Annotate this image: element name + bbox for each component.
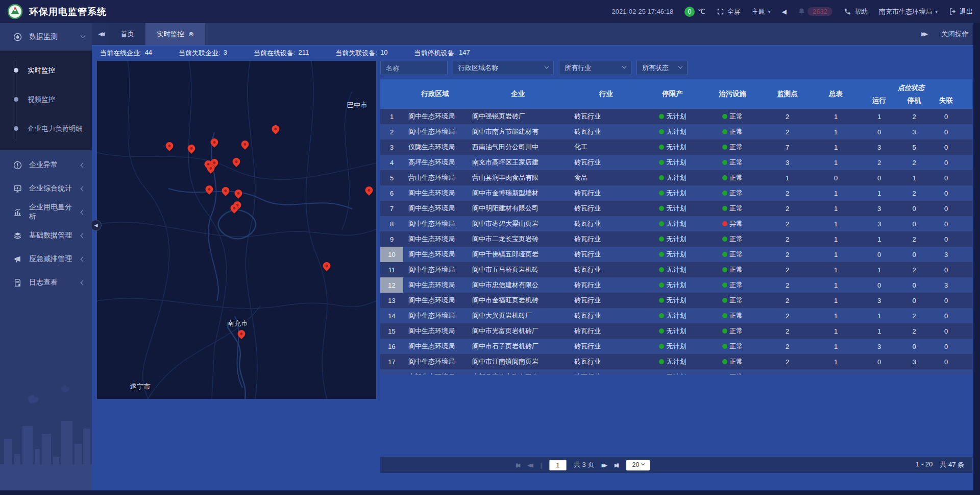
tab-realtime-monitoring[interactable]: 实时监控 ⊗ — [145, 23, 205, 45]
table-row[interactable]: 12 阆中生态环境局 阆中市忠信建材有限公 砖瓦行业 无计划 正常 2 1 0 … — [380, 277, 972, 293]
status-select[interactable]: 所有状态 — [636, 61, 688, 75]
help-button[interactable]: 帮助 — [844, 7, 868, 16]
cell-offline: 0 — [930, 159, 962, 167]
map-pin[interactable] — [241, 140, 249, 148]
table-row[interactable]: 13 阆中生态环境局 阆中市金福旺页岩机砖 砖瓦行业 无计划 正常 2 1 3 … — [380, 293, 972, 308]
cell-industry: 砖瓦行业 — [569, 296, 643, 305]
sidebar-item-emergency-reduction[interactable]: 应急减排管理 — [0, 247, 92, 271]
map-pin[interactable] — [232, 158, 240, 166]
map-pin[interactable] — [210, 138, 218, 146]
pin-marker-icon — [206, 163, 216, 174]
table-row[interactable]: 14 阆中生态环境局 阆中大兴页岩机砖厂 砖瓦行业 无计划 正常 2 1 1 2… — [380, 308, 972, 323]
table-row[interactable]: 3 仪陇生态环境局 西南油气田分公司川中 化工 无计划 正常 7 1 3 5 0 — [380, 139, 972, 155]
cell-treatment: 正常 — [702, 357, 763, 366]
cell-region: 阆中生态环境局 — [403, 326, 467, 336]
row-index: 8 — [380, 216, 403, 231]
cell-running: 3 — [860, 205, 898, 213]
notifications[interactable]: 2632 — [798, 7, 832, 16]
limit-status-dot — [659, 237, 664, 242]
map-pin[interactable] — [166, 142, 174, 150]
cell-company: 西南油气田分公司川中 — [467, 143, 569, 152]
sidebar-item-company-statistics[interactable]: 企业综合统计 — [0, 177, 92, 200]
table-row[interactable]: 1 阆中生态环境局 阆中强锐页岩砖厂 砖瓦行业 无计划 正常 2 1 1 2 0 — [380, 109, 972, 124]
logout-button[interactable]: 退出 — [949, 7, 973, 16]
map-pin[interactable] — [234, 190, 242, 197]
sidebar-item-data-monitoring[interactable]: 数据监测 — [0, 23, 92, 51]
map-pin[interactable] — [222, 187, 230, 195]
page-size-select[interactable]: 20 — [626, 460, 650, 470]
tab-close-icon[interactable]: ⊗ — [188, 30, 194, 38]
theme-dropdown[interactable]: 主题 ▾ — [752, 7, 771, 16]
table-row[interactable]: 15 阆中生态环境局 阆中市光富页岩机砖厂 砖瓦行业 无计划 正常 2 1 1 … — [380, 323, 972, 339]
map-pin[interactable] — [237, 330, 245, 338]
treatment-status-dot — [722, 344, 727, 349]
table-row[interactable]: 7 阆中生态环境局 阆中明阳建材有限公司 砖瓦行业 无计划 正常 2 1 3 0… — [380, 201, 972, 216]
cell-limit: 无计划 — [643, 342, 702, 351]
cell-offline: 0 — [930, 312, 962, 320]
limit-label: 无计划 — [667, 372, 687, 374]
chevron-down-icon — [545, 64, 549, 68]
map-pin[interactable] — [323, 262, 331, 270]
table-row[interactable]: 8 阆中生态环境局 阆中市枣碧大梁山页岩 砖瓦行业 无计划 异常 2 1 3 0… — [380, 216, 972, 231]
table-row[interactable]: 11 阆中生态环境局 阆中市五马桥页岩机砖 砖瓦行业 无计划 正常 2 1 1 … — [380, 262, 972, 277]
temperature: 0 ℃ — [684, 7, 705, 17]
limit-status-dot — [659, 206, 664, 211]
sidebar-item-logs[interactable]: 日志查看 — [0, 271, 92, 294]
sidebar-item-video-monitoring[interactable]: 视频监控 — [0, 85, 92, 114]
cell-offline: 0 — [930, 220, 962, 228]
cell-region: 阆中生态环境局 — [403, 112, 467, 121]
last-page-button[interactable]: ▶▮ — [615, 462, 619, 468]
cell-points: 2 — [763, 220, 812, 228]
sidebar-item-basic-data[interactable]: 基础数据管理 — [0, 224, 92, 247]
close-operations-button[interactable]: 关闭操作 — [941, 30, 969, 39]
table-row[interactable]: 6 阆中生态环境局 阆中市金博瑞新型墙材 砖瓦行业 无计划 正常 2 1 1 2… — [380, 185, 972, 201]
table-row[interactable]: 9 阆中生态环境局 阆中市二龙长宝页岩砖 砖瓦行业 无计划 正常 2 1 1 2… — [380, 231, 972, 247]
cell-running: 2 — [860, 159, 898, 167]
cell-stopped: 0 — [898, 297, 930, 304]
map-panel[interactable]: 巴中市南充市遂宁市 ◀ — [97, 61, 376, 399]
sidebar-item-realtime-monitoring[interactable]: 实时监控 — [0, 56, 92, 85]
first-page-button[interactable]: ▮◀ — [516, 462, 520, 468]
limit-status-dot — [659, 221, 664, 226]
cell-meters: 0 — [812, 174, 860, 182]
table-row[interactable]: 2 阆中生态环境局 阆中市南方节能建材有 砖瓦行业 无计划 正常 2 1 0 3… — [380, 124, 972, 139]
map-pin[interactable] — [365, 186, 373, 194]
table-row[interactable]: 16 阆中生态环境局 阆中市石子页岩机砖厂 砖瓦行业 无计划 正常 2 1 3 … — [380, 339, 972, 354]
cell-meters: 1 — [812, 358, 860, 366]
sidebar-item-power-load-detail[interactable]: 企业电力负荷明细 — [0, 114, 92, 143]
treatment-label: 正常 — [730, 173, 743, 182]
tabs-scroll-right-button[interactable]: ▶▶ — [921, 31, 928, 37]
row-index: 9 — [380, 231, 403, 247]
table-row[interactable]: 4 高坪生态环境局 南充市高坪区王家店建 砖瓦行业 无计划 正常 3 1 2 2… — [380, 155, 972, 170]
page-number-input[interactable] — [549, 460, 567, 470]
map-collapse-button[interactable]: ◀ — [90, 220, 102, 231]
table-header: 行政区域 企业 行业 停限产 治污设施 监测点 总表 点位状态 运行 停机 失联 — [380, 79, 972, 109]
table-row[interactable]: 5 营山生态环境局 营山县润丰肉食品有限 食品 无计划 正常 1 0 0 1 0 — [380, 170, 972, 185]
industry-select[interactable]: 所有行业 — [559, 61, 631, 75]
tab-home[interactable]: 首页 — [109, 23, 145, 45]
map-pin[interactable] — [205, 185, 213, 193]
sidebar-item-power-analysis[interactable]: 企业用电量分析 — [0, 200, 92, 224]
org-dropdown[interactable]: 南充市生态环境局 ▾ — [879, 7, 938, 16]
record-range: 1 - 20 共 47 条 — [916, 460, 972, 469]
prev-page-button[interactable]: ◀◀ — [527, 462, 533, 468]
fullscreen-button[interactable]: 全屏 — [717, 7, 741, 16]
row-index: 13 — [380, 293, 403, 308]
cell-company: 营山县润丰肉食品有限 — [467, 173, 569, 182]
sidebar-item-company-abnormal[interactable]: 企业异常 — [0, 153, 92, 177]
table-row[interactable]: 18 南部生态环境局 南部县砌华土陶有限公 砖瓦行业 无计划 正常 2 1 0 … — [380, 369, 972, 374]
next-page-button[interactable]: ▶▶ — [601, 462, 607, 468]
map-pin[interactable] — [187, 145, 195, 152]
map-pin[interactable] — [272, 125, 280, 133]
cell-treatment: 正常 — [702, 158, 763, 167]
table-row[interactable]: 17 阆中生态环境局 阆中市江南镇阆南页岩 砖瓦行业 无计划 正常 2 1 0 … — [380, 354, 972, 369]
table-row[interactable]: 10 阆中生态环境局 阆中千佛镇五郎垭页岩 砖瓦行业 无计划 正常 2 1 0 … — [380, 247, 972, 262]
treatment-label: 正常 — [730, 265, 743, 274]
map-pin[interactable] — [207, 164, 215, 172]
treatment-status-dot — [722, 252, 727, 257]
tabs-scroll-left-button[interactable]: ◀◀ — [92, 23, 109, 45]
map-pin[interactable] — [231, 204, 238, 212]
mute-button[interactable]: ◀ — [782, 8, 787, 15]
name-search-input[interactable] — [380, 61, 448, 75]
region-select[interactable]: 行政区域名称 — [453, 61, 554, 75]
